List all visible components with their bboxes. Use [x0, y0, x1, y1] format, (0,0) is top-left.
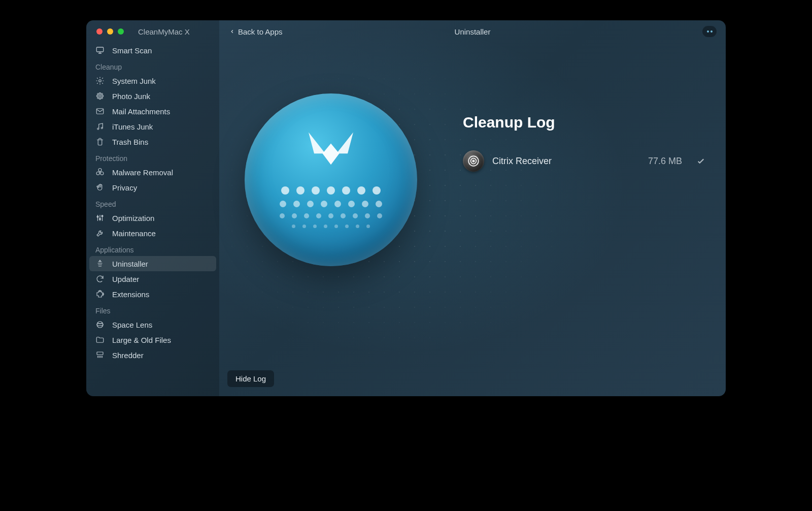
sidebar-item-space-lens[interactable]: Space Lens — [86, 317, 219, 332]
content-area: Cleanup Log Citrix Receiver 77.6 MB Hide… — [219, 43, 726, 396]
svg-point-7 — [97, 93, 99, 95]
refresh-icon — [95, 274, 105, 283]
sidebar-item-mail-attachments[interactable]: Mail Attachments — [86, 104, 219, 119]
sidebar-item-label: Updater — [112, 275, 139, 283]
biohazard-icon — [95, 168, 105, 177]
sidebar-item-privacy[interactable]: Privacy — [86, 180, 219, 195]
x-logo-icon — [303, 126, 359, 177]
svg-rect-25 — [97, 352, 103, 355]
music-icon — [95, 122, 105, 131]
svg-point-10 — [101, 97, 103, 99]
sidebar-item-uninstaller[interactable]: Uninstaller — [89, 256, 216, 271]
sidebar-item-label: Large & Old Files — [112, 336, 171, 344]
svg-rect-0 — [96, 47, 104, 52]
sidebar-item-large-old-files[interactable]: Large & Old Files — [86, 332, 219, 347]
svg-point-3 — [99, 92, 101, 94]
sidebar-item-label: Privacy — [112, 183, 137, 192]
hide-log-label: Hide Log — [235, 374, 266, 383]
back-button[interactable]: Back to Apps — [229, 27, 283, 36]
wrench-icon — [95, 229, 105, 238]
sidebar-item-label: System Junk — [112, 77, 156, 85]
page-title: Uninstaller — [455, 27, 491, 36]
sidebar-item-label: Uninstaller — [112, 260, 148, 268]
top-bar: Back to Apps Uninstaller — [219, 20, 726, 43]
svg-rect-11 — [96, 109, 104, 114]
sidebar-item-itunes-junk[interactable]: iTunes Junk — [86, 119, 219, 134]
svg-point-4 — [99, 98, 101, 100]
folder-icon — [95, 335, 105, 344]
sidebar-item-label: Mail Attachments — [112, 107, 170, 116]
sidebar-item-malware-removal[interactable]: Malware Removal — [86, 165, 219, 180]
uninstall-icon — [95, 259, 105, 268]
lens-icon — [95, 320, 105, 329]
section-label-cleanup: Cleanup — [86, 58, 219, 73]
sidebar-item-trash-bins[interactable]: Trash Bins — [86, 134, 219, 149]
hide-log-button[interactable]: Hide Log — [227, 370, 274, 387]
section-label-files: Files — [86, 302, 219, 317]
traffic-lights — [96, 28, 124, 35]
svg-point-28 — [472, 160, 474, 162]
svg-point-1 — [99, 80, 101, 82]
log-item-name: Citrix Receiver — [492, 156, 640, 167]
citrix-icon — [463, 150, 484, 172]
titlebar: CleanMyMac X — [86, 20, 219, 43]
minimize-window-button[interactable] — [107, 28, 113, 35]
shredder-icon — [95, 350, 105, 360]
sidebar-item-shredder[interactable]: Shredder — [86, 347, 219, 363]
log-title: Cleanup Log — [463, 114, 705, 131]
sidebar-item-label: Photo Junk — [112, 92, 150, 101]
trash-icon — [95, 137, 105, 146]
mail-icon — [95, 107, 105, 116]
sidebar-item-maintenance[interactable]: Maintenance — [86, 226, 219, 241]
app-title: CleanMyMac X — [138, 27, 190, 36]
svg-point-20 — [101, 215, 103, 217]
sidebar-item-label: Smart Scan — [112, 46, 152, 55]
sliders-icon — [95, 213, 105, 222]
assistant-button[interactable] — [702, 26, 717, 37]
sidebar-item-label: Trash Bins — [112, 138, 148, 146]
svg-point-18 — [97, 216, 98, 217]
section-label-speed: Speed — [86, 195, 219, 210]
sidebar-item-extensions[interactable]: Extensions — [86, 286, 219, 302]
puzzle-icon — [95, 290, 105, 299]
hand-icon — [95, 183, 105, 192]
cleanup-hero-icon — [245, 93, 417, 266]
sidebar-item-photo-junk[interactable]: Photo Junk — [86, 88, 219, 104]
back-label: Back to Apps — [238, 27, 283, 36]
svg-point-6 — [102, 95, 104, 97]
app-window: CleanMyMac X Smart Scan Cleanup System J… — [86, 20, 726, 396]
cleanup-log: Cleanup Log Citrix Receiver 77.6 MB — [437, 58, 705, 172]
sidebar-item-label: Optimization — [112, 214, 154, 222]
zoom-window-button[interactable] — [118, 28, 124, 35]
sidebar-item-optimization[interactable]: Optimization — [86, 210, 219, 226]
chevron-left-icon — [229, 27, 235, 36]
shower-dots-icon — [280, 186, 382, 228]
check-icon — [696, 156, 705, 166]
log-item-size: 77.6 MB — [648, 156, 682, 167]
sidebar-item-label: Malware Removal — [112, 168, 173, 177]
sidebar: CleanMyMac X Smart Scan Cleanup System J… — [86, 20, 219, 396]
section-label-protection: Protection — [86, 149, 219, 165]
hero-column — [224, 58, 437, 266]
svg-point-8 — [101, 93, 103, 95]
close-window-button[interactable] — [96, 28, 103, 35]
sidebar-item-label: Shredder — [112, 351, 144, 360]
svg-point-12 — [97, 128, 99, 130]
sidebar-item-smart-scan[interactable]: Smart Scan — [86, 43, 219, 58]
svg-point-9 — [97, 97, 99, 99]
main-content: Back to Apps Uninstaller — [219, 20, 726, 396]
svg-point-5 — [96, 95, 98, 97]
svg-point-13 — [101, 127, 103, 129]
svg-point-17 — [100, 172, 104, 175]
gear-icon — [95, 76, 105, 85]
sidebar-item-updater[interactable]: Updater — [86, 271, 219, 286]
sidebar-item-system-junk[interactable]: System Junk — [86, 73, 219, 88]
monitor-icon — [95, 46, 105, 55]
svg-point-2 — [99, 95, 101, 97]
section-label-applications: Applications — [86, 241, 219, 256]
log-item: Citrix Receiver 77.6 MB — [463, 150, 705, 172]
sidebar-item-label: Space Lens — [112, 321, 152, 329]
svg-point-16 — [96, 172, 99, 175]
svg-point-19 — [99, 218, 101, 220]
sidebar-item-label: Extensions — [112, 290, 149, 299]
